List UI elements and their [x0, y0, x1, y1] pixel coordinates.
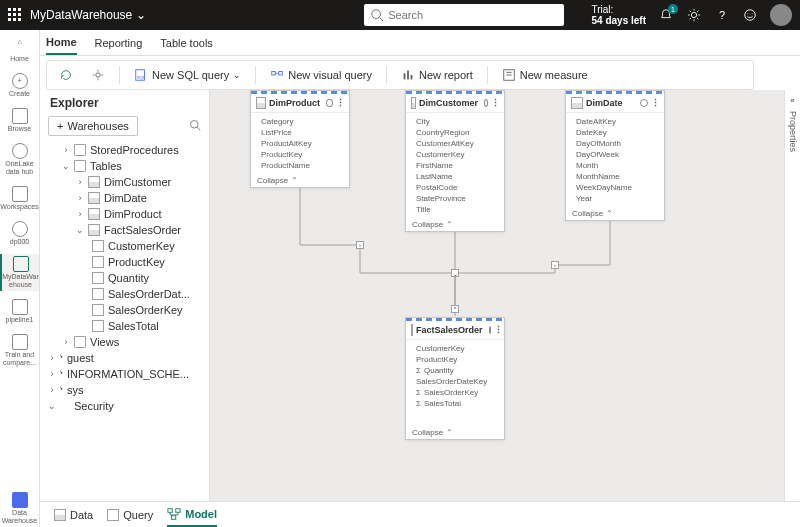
tree-col-customerkey[interactable]: CustomerKey	[40, 238, 209, 254]
search-icon	[370, 8, 384, 22]
entity-column[interactable]: MonthName	[566, 171, 664, 182]
cardinality-many: *	[451, 305, 459, 313]
rail-dp000[interactable]: dp000	[0, 219, 39, 248]
tree-col-productkey[interactable]: ProductKey	[40, 254, 209, 270]
tree-dimdate[interactable]: ›DimDate	[40, 190, 209, 206]
tree-sys[interactable]: ›ᔉsys	[40, 382, 209, 398]
more-icon[interactable]: ⋮	[494, 325, 502, 335]
entity-column[interactable]: Month	[566, 160, 664, 171]
entity-dimdate[interactable]: DimDate⋮ DateAltKeyDateKeyDayOfMonthDayO…	[565, 90, 665, 221]
top-right-actions: Trial:54 days left 1 ?	[592, 4, 792, 26]
rail-create[interactable]: +Create	[0, 71, 39, 100]
rail-pipeline[interactable]: pipeline1	[0, 297, 39, 326]
collapse-button[interactable]: Collapse ⌃	[406, 426, 504, 439]
ribbon-tabs: Home Reporting Table tools	[0, 30, 800, 56]
tree-col-salesorderkey[interactable]: SalesOrderKey	[40, 302, 209, 318]
entity-column[interactable]: PostalCode	[406, 182, 504, 193]
collapse-button[interactable]: Collapse ⌃	[251, 174, 349, 187]
new-report-button[interactable]: New report	[397, 66, 477, 84]
entity-column[interactable]: ProductName	[251, 160, 349, 171]
entity-dimcustomer[interactable]: DimCustomer⋮ CityCountryRegionCustomerAl…	[405, 90, 505, 232]
tree-tables[interactable]: ⌄Tables	[40, 158, 209, 174]
entity-column[interactable]: Year	[566, 193, 664, 204]
entity-column[interactable]: CustomerKey	[406, 343, 504, 354]
search-input[interactable]	[388, 9, 558, 21]
entity-column[interactable]: FirstName	[406, 160, 504, 171]
warehouses-button[interactable]: +Warehouses	[48, 116, 138, 136]
entity-column[interactable]: ΣSalesOrderKey	[406, 387, 504, 398]
more-icon[interactable]: ⋮	[336, 98, 344, 108]
tree-security[interactable]: ⌄Security	[40, 398, 209, 414]
entity-column[interactable]: CountryRegion	[406, 127, 504, 138]
collapse-button[interactable]: Collapse ⌃	[406, 218, 504, 231]
entity-column[interactable]: CustomerKey	[406, 149, 504, 160]
entity-column[interactable]: DateKey	[566, 127, 664, 138]
tree-col-quantity[interactable]: Quantity	[40, 270, 209, 286]
rail-workspaces[interactable]: Workspaces	[0, 184, 39, 213]
model-canvas[interactable]: 1 1 1 › ‹ ⌄ * DimProduct⋮ CategoryListPr…	[210, 90, 800, 501]
more-icon[interactable]: ⋮	[491, 98, 499, 108]
entity-column[interactable]: WeekDayName	[566, 182, 664, 193]
entity-dimproduct[interactable]: DimProduct⋮ CategoryListPriceProductAltK…	[250, 90, 350, 188]
entity-column[interactable]: StateProvince	[406, 193, 504, 204]
feedback-button[interactable]	[742, 7, 758, 23]
new-visual-query-button[interactable]: New visual query	[266, 66, 376, 84]
view-tab-data[interactable]: Data	[54, 505, 93, 525]
entity-column[interactable]: ΣSalesTotal	[406, 398, 504, 409]
entity-column[interactable]: DateAltKey	[566, 116, 664, 127]
tree-storedprocedures[interactable]: ›StoredProcedures	[40, 142, 209, 158]
entity-column[interactable]: LastName	[406, 171, 504, 182]
user-avatar[interactable]	[770, 4, 792, 26]
svg-point-0	[372, 10, 381, 19]
notifications-button[interactable]: 1	[658, 7, 674, 23]
tree-factsalesorder[interactable]: ⌄FactSalesOrder	[40, 222, 209, 238]
entity-column[interactable]: Category	[251, 116, 349, 127]
help-button[interactable]: ?	[714, 7, 730, 23]
more-icon[interactable]: ⋮	[651, 98, 659, 108]
settings-button[interactable]	[686, 7, 702, 23]
eye-icon	[489, 326, 491, 334]
tree-dimproduct[interactable]: ›DimProduct	[40, 206, 209, 222]
entity-column[interactable]: CustomerAltKey	[406, 138, 504, 149]
entity-column[interactable]: SalesOrderDateKey	[406, 376, 504, 387]
trial-status: Trial:54 days left	[592, 4, 646, 26]
app-launcher-icon[interactable]	[8, 8, 22, 22]
tree-guest[interactable]: ›ᔉguest	[40, 350, 209, 366]
rail-warehouse[interactable]: MyDataWar ehouse	[0, 254, 39, 291]
properties-panel-toggle[interactable]: Properties	[788, 111, 798, 152]
tab-home[interactable]: Home	[46, 31, 77, 55]
refresh-button[interactable]	[55, 66, 77, 84]
entity-column[interactable]: ProductKey	[251, 149, 349, 160]
rail-train[interactable]: Train and compare...	[0, 332, 39, 369]
entity-column[interactable]: ProductKey	[406, 354, 504, 365]
rail-onelake[interactable]: OneLake data hub	[0, 141, 39, 178]
view-tab-query[interactable]: Query	[107, 505, 153, 525]
tree-infoschema[interactable]: ›ᔉINFORMATION_SCHE...	[40, 366, 209, 382]
rail-data-warehouse[interactable]: Data Warehouse	[0, 490, 39, 527]
entity-column[interactable]: DayOfMonth	[566, 138, 664, 149]
rail-home[interactable]: ⌂Home	[0, 36, 39, 65]
tab-table-tools[interactable]: Table tools	[160, 32, 213, 54]
entity-column[interactable]: ProductAltKey	[251, 138, 349, 149]
entity-column[interactable]: DayOfWeek	[566, 149, 664, 160]
explorer-search-button[interactable]	[189, 119, 201, 133]
new-sql-query-button[interactable]: SQL New SQL query ⌄	[130, 66, 245, 84]
tree-col-salestotal[interactable]: SalesTotal	[40, 318, 209, 334]
entity-column[interactable]: City	[406, 116, 504, 127]
tab-reporting[interactable]: Reporting	[95, 32, 143, 54]
entity-column[interactable]: ListPrice	[251, 127, 349, 138]
rail-browse[interactable]: Browse	[0, 106, 39, 135]
view-tab-model[interactable]: Model	[167, 503, 217, 527]
settings-gear-button[interactable]	[87, 66, 109, 84]
entity-column[interactable]: Title	[406, 204, 504, 215]
expand-properties-icon[interactable]: «	[790, 96, 794, 105]
tree-col-salesorderdate[interactable]: SalesOrderDat...	[40, 286, 209, 302]
tree-dimcustomer[interactable]: ›DimCustomer	[40, 174, 209, 190]
tree-views[interactable]: ›Views	[40, 334, 209, 350]
entity-column[interactable]: ΣQuantity	[406, 365, 504, 376]
new-measure-button[interactable]: New measure	[498, 66, 592, 84]
workspace-dropdown[interactable]: MyDataWarehouse ⌄	[30, 8, 146, 22]
search-box[interactable]	[364, 4, 564, 26]
entity-factsalesorder[interactable]: FactSalesOrder⋮ CustomerKeyProductKeyΣQu…	[405, 317, 505, 440]
collapse-button[interactable]: Collapse ⌃	[566, 207, 664, 220]
